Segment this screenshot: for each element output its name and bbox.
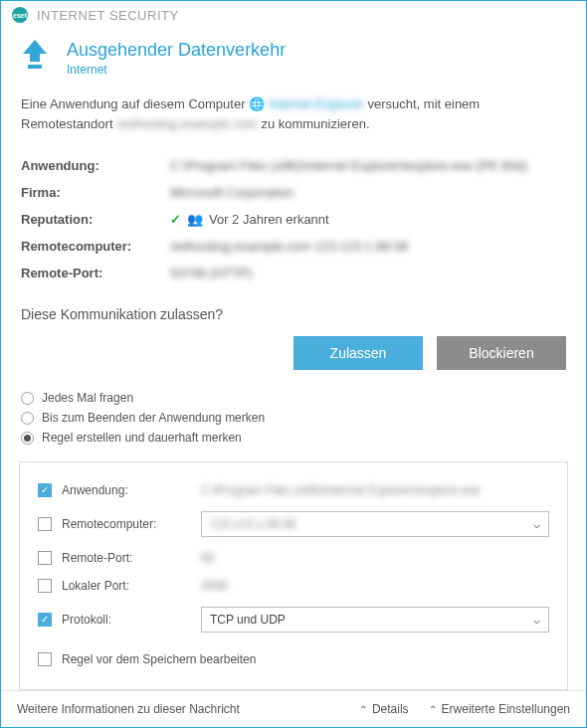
remember-options: Jedes Mal fragen Bis zum Beenden der Anw… [21, 388, 566, 448]
rule-remoteport-label: Remote-Port: [62, 551, 191, 565]
allow-button[interactable]: Zulassen [294, 336, 423, 370]
protokoll-combobox[interactable]: TCP und UDP ⌵ [201, 607, 549, 633]
intro-part3: zu kommunizieren. [261, 116, 369, 131]
value-anwendung: C:\Program Files (x86)\Internet Explorer… [170, 158, 527, 173]
checkbox-anwendung[interactable] [38, 483, 52, 497]
dialog-header: Ausgehender Datenverkehr Internet [21, 30, 566, 94]
block-button[interactable]: Blockieren [437, 336, 566, 370]
radio-label: Regel erstellen und dauerhaft merken [42, 431, 242, 445]
globe-icon: 🌐 [249, 96, 265, 111]
checkbox-remoteport[interactable] [38, 551, 52, 565]
label-reputation: Reputation: [21, 212, 170, 227]
rule-lokalerport-row: Lokaler Port: 4096 [38, 572, 549, 600]
dialog-title: Ausgehender Datenverkehr [67, 40, 286, 61]
combo-value: TCP und UDP [210, 613, 286, 627]
community-icon: 👥 [187, 212, 203, 227]
radio-until-exit[interactable]: Bis zum Beenden der Anwendung merken [21, 408, 566, 428]
action-buttons: Zulassen Blockieren [21, 336, 566, 370]
rule-lokalerport-label: Lokaler Port: [62, 579, 191, 593]
checkbox-edit-before-save[interactable] [38, 652, 52, 666]
rule-edit-label: Regel vor dem Speichern bearbeiten [62, 652, 256, 666]
rule-anwendung-row: Anwendung: C:\Program Files (x86)\Intern… [38, 476, 549, 504]
remotecomputer-combobox[interactable]: 123.123.1.88.56 ⌵ [201, 511, 549, 537]
radio-label: Jedes Mal fragen [42, 391, 133, 405]
row-firma: Firma: Microsoft Corporation [21, 179, 566, 206]
rule-protokoll-row: Protokoll: TCP und UDP ⌵ [38, 600, 549, 639]
rule-settings-panel: Anwendung: C:\Program Files (x86)\Intern… [19, 461, 568, 690]
chevron-up-icon: ⌃ [429, 704, 437, 715]
row-remotecomputer: Remotecomputer: redhosting.example.com 1… [21, 233, 566, 260]
value-remoteport: 53748 (HTTP) [170, 266, 252, 280]
details-toggle[interactable]: ⌃ Details [359, 702, 409, 716]
advanced-settings-toggle[interactable]: ⌃ Erweiterte Einstellungen [429, 702, 570, 716]
svg-rect-3 [28, 65, 42, 69]
rule-anwendung-value: C:\Program Files (x86)\Internet Explorer… [201, 483, 549, 497]
rule-remoteport-row: Remote-Port: 80 [38, 544, 549, 572]
intro-app-name: Internet Explorer [269, 96, 364, 111]
rule-remotecomputer-row: Remotecomputer: 123.123.1.88.56 ⌵ [38, 504, 549, 544]
rule-remotecomputer-label: Remotecomputer: [62, 517, 191, 531]
radio-icon [21, 412, 34, 425]
label-remotecomputer: Remotecomputer: [21, 239, 170, 254]
chevron-up-icon: ⌃ [359, 704, 367, 715]
label-firma: Firma: [21, 185, 170, 200]
rule-remoteport-value: 80 [201, 551, 549, 565]
rule-protokoll-label: Protokoll: [62, 613, 191, 627]
checkbox-lokalerport[interactable] [38, 579, 52, 593]
product-name: INTERNET SECURITY [37, 8, 179, 23]
svg-text:eset: eset [13, 12, 28, 19]
dialog-subtitle: Internet [67, 63, 286, 77]
label-remoteport: Remote-Port: [21, 266, 170, 280]
bottom-bar: Weitere Informationen zu dieser Nachrich… [1, 690, 586, 727]
row-remoteport: Remote-Port: 53748 (HTTP) [21, 260, 566, 286]
rule-edit-row: Regel vor dem Speichern bearbeiten [38, 645, 549, 673]
svg-marker-2 [23, 40, 47, 62]
intro-text: Eine Anwendung auf diesem Computer 🌐 Int… [21, 94, 566, 134]
checkbox-remotecomputer[interactable] [38, 517, 52, 531]
more-info-link[interactable]: Weitere Informationen zu dieser Nachrich… [17, 702, 240, 716]
checkbox-protokoll[interactable] [38, 613, 52, 627]
radio-create-rule[interactable]: Regel erstellen und dauerhaft merken [21, 428, 566, 448]
chevron-down-icon: ⌵ [533, 613, 540, 627]
advanced-label: Erweiterte Einstellungen [442, 702, 570, 716]
row-reputation: Reputation: ✓ 👥 Vor 2 Jahren erkannt [21, 206, 566, 233]
value-firma: Microsoft Corporation [170, 185, 294, 200]
radio-ask-every-time[interactable]: Jedes Mal fragen [21, 388, 566, 408]
check-icon: ✓ [170, 212, 181, 227]
radio-icon [21, 432, 34, 445]
chevron-down-icon: ⌵ [533, 517, 540, 531]
intro-host-name: redhosting.example.com [116, 116, 258, 131]
outbound-arrow-icon [21, 40, 49, 70]
titlebar: eset INTERNET SECURITY [1, 1, 586, 30]
value-remotecomputer: redhosting.example.com 123.123.1.88.56 [170, 239, 408, 254]
intro-part1: Eine Anwendung auf diesem Computer [21, 96, 245, 111]
row-anwendung: Anwendung: C:\Program Files (x86)\Intern… [21, 152, 566, 179]
details-label: Details [372, 702, 409, 716]
rule-anwendung-label: Anwendung: [62, 483, 191, 497]
rule-lokalerport-value: 4096 [201, 579, 549, 593]
combo-value: 123.123.1.88.56 [210, 517, 296, 531]
radio-icon [21, 392, 34, 405]
reputation-text: Vor 2 Jahren erkannt [209, 212, 329, 227]
question-text: Diese Kommunikation zulassen? [21, 306, 566, 322]
radio-label: Bis zum Beenden der Anwendung merken [42, 411, 265, 425]
value-reputation: ✓ 👥 Vor 2 Jahren erkannt [170, 212, 329, 227]
eset-logo: eset [11, 6, 29, 24]
label-anwendung: Anwendung: [21, 158, 170, 173]
